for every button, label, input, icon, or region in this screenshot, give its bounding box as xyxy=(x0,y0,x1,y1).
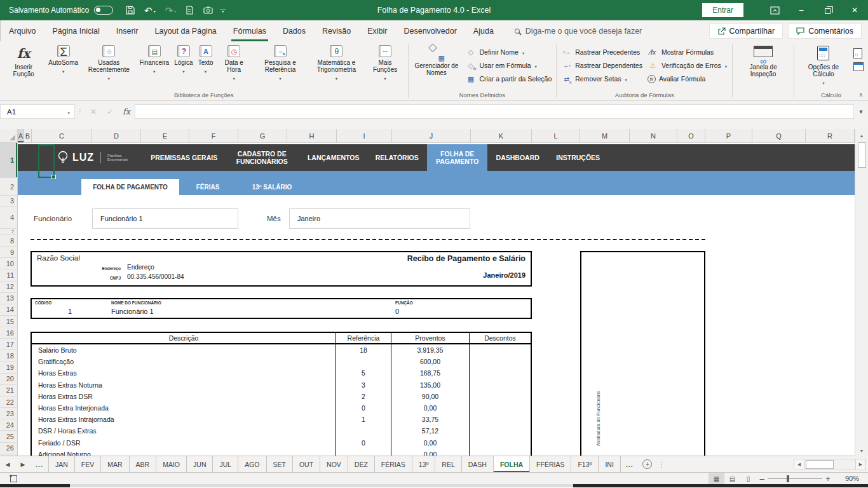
column-header[interactable]: B xyxy=(24,129,32,142)
redo-icon[interactable]: ↷▾ xyxy=(165,6,177,15)
workbook-nav-item[interactable]: FOLHA DE PAGAMENTO xyxy=(427,144,487,171)
select-all-corner[interactable] xyxy=(0,129,18,142)
ribbon-small-button[interactable]: Criar a partir da Seleção xyxy=(465,74,552,84)
column-header[interactable]: A xyxy=(18,129,24,142)
autosave-toggle[interactable] xyxy=(94,6,113,15)
row-header[interactable]: 9 xyxy=(0,247,17,258)
ribbon-tab[interactable]: Inserir xyxy=(108,20,147,41)
row-header[interactable]: 13 xyxy=(0,293,17,304)
normal-view-button[interactable]: ▦ xyxy=(709,473,724,484)
function-category-button[interactable]: AutoSoma xyxy=(46,43,81,83)
print-preview-icon[interactable] xyxy=(186,6,194,15)
sheet-tab[interactable]: JAN xyxy=(48,456,75,472)
ribbon-tab[interactable]: Dados xyxy=(275,20,314,41)
column-header[interactable]: I xyxy=(337,129,392,142)
name-box[interactable]: A1 xyxy=(0,104,75,119)
column-header[interactable]: E xyxy=(141,129,189,142)
sheet-tab[interactable]: MAR xyxy=(101,456,129,472)
row-header[interactable]: 20 xyxy=(0,374,17,385)
sheet-tab[interactable]: MAIO xyxy=(156,456,187,472)
ribbon-small-button[interactable]: Avaliar Fórmula xyxy=(648,74,728,84)
function-category-button[interactable]: Mais Funções xyxy=(365,43,406,83)
sheet-tab[interactable]: F13º xyxy=(571,456,599,472)
ribbon-tab[interactable]: Página Inicial xyxy=(44,20,107,41)
sheet-tab[interactable]: REL xyxy=(435,456,461,472)
sheet-tab[interactable]: JUN xyxy=(187,456,213,472)
workbook-nav-item[interactable]: INSTRUÇÕES xyxy=(548,144,608,171)
sheet-canvas[interactable]: LUZ Planilhas Empresariais PREMISSAS GER… xyxy=(18,143,868,456)
scroll-right-icon[interactable]: ▶ xyxy=(855,459,866,470)
zoom-out-button[interactable]: – xyxy=(756,474,768,484)
undo-icon[interactable]: ↶▾ xyxy=(144,6,156,15)
ribbon-small-button[interactable]: Mostrar Fórmulas xyxy=(648,47,728,57)
workbook-nav-item[interactable]: PREMISSAS GERAIS xyxy=(144,144,224,171)
row-header[interactable]: 3 xyxy=(0,196,17,207)
more-sheets-left[interactable]: ... xyxy=(31,456,48,472)
ribbon-tab[interactable]: Arquivo xyxy=(0,20,44,41)
row-header[interactable]: 12 xyxy=(0,281,17,293)
row-header[interactable]: 8 xyxy=(0,235,17,247)
insert-function-button[interactable]: Inserir Função xyxy=(2,43,45,78)
sub-nav-tab[interactable]: 13º SALÁRIO xyxy=(236,179,308,195)
column-header[interactable]: R xyxy=(806,129,855,142)
row-header[interactable]: 10 xyxy=(0,258,17,269)
row-header[interactable]: 7 xyxy=(0,229,17,235)
scroll-up-icon[interactable]: ▲ xyxy=(855,130,868,141)
comments-button[interactable]: Comentários xyxy=(788,24,862,39)
row-header[interactable]: 26 xyxy=(0,443,17,454)
row-header[interactable]: 22 xyxy=(0,396,17,408)
row-header[interactable]: 2 xyxy=(0,178,17,196)
name-box-dropdown-icon[interactable] xyxy=(67,108,71,116)
share-button[interactable]: Compartilhar xyxy=(709,24,783,39)
ribbon-tab[interactable]: Revisão xyxy=(314,20,359,41)
sheet-tab[interactable]: JUL xyxy=(213,456,238,472)
ribbon-display-options-icon[interactable] xyxy=(761,0,788,20)
cancel-icon[interactable]: ✕ xyxy=(85,104,102,119)
column-header[interactable]: Q xyxy=(752,129,806,142)
workbook-nav-item[interactable]: CADASTRO DE FUNCIONÁRIOS xyxy=(224,144,300,171)
column-header[interactable]: K xyxy=(471,129,532,142)
row-header[interactable]: 11 xyxy=(0,269,17,281)
page-layout-view-button[interactable]: ▤ xyxy=(724,473,740,484)
ribbon-small-button[interactable]: Rastrear Precedentes xyxy=(561,47,642,57)
enter-icon[interactable]: ✓ xyxy=(102,104,118,119)
ribbon-tab[interactable]: Exibir xyxy=(359,20,395,41)
employee-select[interactable]: Funcionário 1 xyxy=(92,208,238,229)
sheet-tab[interactable]: NOV xyxy=(320,456,348,472)
row-header[interactable]: 4 xyxy=(0,207,17,229)
expand-formula-bar-icon[interactable]: ▼ xyxy=(854,104,868,119)
row-header[interactable]: 14 xyxy=(0,304,17,316)
ribbon-tab[interactable]: Desenvolvedor xyxy=(395,20,465,41)
function-category-button[interactable]: Texto xyxy=(196,43,216,83)
function-category-button[interactable]: Matemática e Trigonometria xyxy=(308,43,364,83)
row-header[interactable]: 1 xyxy=(0,143,17,178)
calculate-now-icon[interactable] xyxy=(853,48,862,58)
column-header[interactable]: G xyxy=(238,129,287,142)
ribbon-tab[interactable]: Fórmulas xyxy=(225,20,275,41)
more-sheets-right[interactable]: ... xyxy=(621,456,639,472)
scroll-left-icon[interactable]: ◀ xyxy=(794,459,804,470)
sheet-tab[interactable]: OUT xyxy=(293,456,320,472)
sub-nav-tab[interactable]: FOLHA DE PAGAMENTO xyxy=(81,179,179,195)
column-header[interactable]: M xyxy=(580,129,630,142)
next-sheet-icon[interactable]: ▶ xyxy=(15,456,31,472)
vertical-scroll-thumb[interactable] xyxy=(858,142,866,168)
workbook-nav-item[interactable]: RELATÓRIOS xyxy=(367,144,427,171)
ribbon-tab[interactable]: Ajuda xyxy=(465,20,502,41)
calculate-sheet-icon[interactable] xyxy=(853,62,864,71)
name-manager-button[interactable]: Gerenciador de Nomes xyxy=(410,43,463,76)
ribbon-small-button[interactable]: Usar em Fórmula xyxy=(465,60,552,71)
page-break-view-button[interactable]: ▯ xyxy=(740,473,756,484)
column-header[interactable]: J xyxy=(392,129,471,142)
column-header[interactable]: F xyxy=(189,129,238,142)
month-select[interactable]: Janeiro xyxy=(289,208,470,229)
horizontal-scroll-thumb[interactable] xyxy=(806,460,834,469)
ribbon-small-button[interactable]: Rastrear Dependentes xyxy=(561,60,642,71)
function-category-button[interactable]: Data e Hora xyxy=(216,43,252,83)
sheet-tab[interactable]: DASH xyxy=(462,456,494,472)
row-header[interactable]: 16 xyxy=(0,327,17,339)
row-header[interactable]: 24 xyxy=(0,419,17,431)
ribbon-small-button[interactable]: Verificação de Erros xyxy=(648,60,728,71)
row-header[interactable]: 15 xyxy=(0,316,17,327)
column-header[interactable]: D xyxy=(92,129,141,142)
